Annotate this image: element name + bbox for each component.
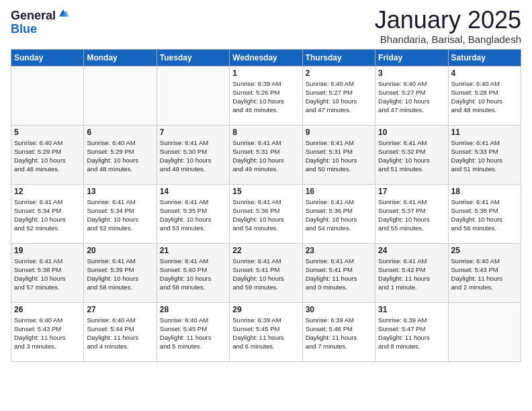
title-location: Bhandaria, Barisal, Bangladesh bbox=[375, 34, 521, 45]
cell-content: and 49 minutes. bbox=[160, 165, 206, 173]
cell-content: Sunrise: 6:40 AM bbox=[451, 80, 500, 87]
cell-data: Sunrise: 6:41 AMSunset: 5:36 PMDaylight:… bbox=[232, 197, 299, 233]
table-row: 30Sunrise: 6:39 AMSunset: 5:46 PMDayligh… bbox=[302, 302, 375, 361]
day-number: 30 bbox=[306, 305, 372, 314]
cell-content: Sunset: 5:43 PM bbox=[451, 266, 498, 273]
cell-content: Sunrise: 6:40 AM bbox=[14, 139, 62, 146]
header-thursday: Thursday bbox=[302, 49, 375, 66]
calendar-week-row: 5Sunrise: 6:40 AMSunset: 5:29 PMDaylight… bbox=[11, 125, 521, 184]
cell-content: Sunrise: 6:41 AM bbox=[232, 257, 281, 265]
day-number: 12 bbox=[14, 187, 81, 196]
day-number: 4 bbox=[451, 68, 518, 78]
day-number: 6 bbox=[87, 128, 153, 137]
table-row: 9Sunrise: 6:41 AMSunset: 5:31 PMDaylight… bbox=[302, 125, 375, 184]
cell-content: and 8 minutes. bbox=[378, 342, 420, 350]
cell-content: Sunset: 5:30 PM bbox=[160, 148, 207, 155]
cell-content: and 54 minutes. bbox=[306, 224, 351, 232]
cell-content: Daylight: 10 hours bbox=[378, 156, 430, 164]
cell-content: and 47 minutes. bbox=[378, 106, 424, 113]
table-row: 26Sunrise: 6:40 AMSunset: 5:43 PMDayligh… bbox=[11, 302, 84, 361]
table-row: 17Sunrise: 6:41 AMSunset: 5:37 PMDayligh… bbox=[375, 184, 448, 243]
cell-data: Sunrise: 6:41 AMSunset: 5:31 PMDaylight:… bbox=[232, 138, 299, 174]
logo-icon bbox=[57, 7, 69, 19]
table-row bbox=[84, 66, 157, 125]
cell-content: and 7 minutes. bbox=[306, 342, 347, 350]
cell-content: Sunset: 5:45 PM bbox=[160, 325, 207, 332]
table-row bbox=[448, 302, 521, 361]
cell-content: Sunrise: 6:41 AM bbox=[87, 257, 135, 265]
cell-data: Sunrise: 6:41 AMSunset: 5:32 PMDaylight:… bbox=[378, 138, 445, 174]
cell-content: Sunrise: 6:39 AM bbox=[306, 316, 354, 324]
table-row: 11Sunrise: 6:41 AMSunset: 5:33 PMDayligh… bbox=[448, 125, 521, 184]
cell-data: Sunrise: 6:40 AMSunset: 5:43 PMDaylight:… bbox=[14, 316, 81, 351]
cell-data: Sunrise: 6:41 AMSunset: 5:41 PMDaylight:… bbox=[232, 257, 299, 292]
table-row: 8Sunrise: 6:41 AMSunset: 5:31 PMDaylight… bbox=[230, 125, 302, 184]
calendar-table: Sunday Monday Tuesday Wednesday Thursday… bbox=[11, 49, 521, 362]
day-number: 1 bbox=[232, 68, 299, 78]
cell-content: and 57 minutes. bbox=[14, 283, 60, 291]
calendar-body: 1Sunrise: 6:39 AMSunset: 5:26 PMDaylight… bbox=[11, 66, 521, 361]
cell-content: Sunset: 5:44 PM bbox=[87, 325, 134, 332]
cell-content: Sunrise: 6:41 AM bbox=[87, 198, 135, 205]
cell-content: and 51 minutes. bbox=[378, 165, 424, 173]
cell-content: and 6 minutes. bbox=[232, 342, 274, 350]
cell-content: Daylight: 11 hours bbox=[232, 334, 284, 341]
cell-data: Sunrise: 6:40 AMSunset: 5:44 PMDaylight:… bbox=[87, 316, 153, 351]
cell-data: Sunrise: 6:41 AMSunset: 5:35 PMDaylight:… bbox=[160, 197, 226, 233]
cell-content: Sunset: 5:41 PM bbox=[232, 266, 279, 273]
cell-content: Sunrise: 6:41 AM bbox=[232, 139, 281, 146]
cell-data: Sunrise: 6:39 AMSunset: 5:26 PMDaylight:… bbox=[232, 79, 299, 115]
cell-content: Sunrise: 6:41 AM bbox=[306, 198, 354, 205]
cell-data: Sunrise: 6:41 AMSunset: 5:34 PMDaylight:… bbox=[14, 197, 81, 233]
day-number: 9 bbox=[306, 128, 372, 137]
table-row: 18Sunrise: 6:41 AMSunset: 5:38 PMDayligh… bbox=[448, 184, 521, 243]
header: General Blue January 2025 Bhandaria, Bar… bbox=[11, 7, 521, 45]
cell-content: Daylight: 10 hours bbox=[87, 275, 138, 282]
cell-content: and 54 minutes. bbox=[232, 224, 278, 232]
cell-content: Sunrise: 6:39 AM bbox=[232, 80, 281, 87]
day-number: 22 bbox=[232, 246, 299, 255]
cell-content: and 56 minutes. bbox=[451, 224, 497, 232]
cell-content: Sunrise: 6:41 AM bbox=[160, 198, 208, 205]
cell-content: Sunset: 5:32 PM bbox=[378, 148, 425, 155]
day-number: 26 bbox=[14, 305, 81, 314]
day-number: 3 bbox=[378, 68, 445, 78]
header-monday: Monday bbox=[84, 49, 157, 66]
cell-content: Daylight: 10 hours bbox=[87, 156, 138, 164]
cell-content: Sunset: 5:39 PM bbox=[87, 266, 134, 273]
cell-content: Sunset: 5:47 PM bbox=[378, 325, 425, 332]
cell-content: Sunrise: 6:41 AM bbox=[160, 257, 208, 265]
cell-data: Sunrise: 6:39 AMSunset: 5:46 PMDaylight:… bbox=[306, 316, 372, 351]
cell-content: Sunrise: 6:39 AM bbox=[378, 316, 427, 324]
cell-content: Daylight: 10 hours bbox=[14, 216, 66, 223]
calendar-week-row: 12Sunrise: 6:41 AMSunset: 5:34 PMDayligh… bbox=[11, 184, 521, 243]
cell-content: Sunset: 5:36 PM bbox=[306, 207, 353, 214]
day-number: 27 bbox=[87, 305, 153, 314]
cell-content: Daylight: 11 hours bbox=[378, 334, 430, 341]
cell-data: Sunrise: 6:41 AMSunset: 5:39 PMDaylight:… bbox=[87, 257, 153, 292]
logo-text: General Blue bbox=[11, 9, 69, 36]
table-row: 2Sunrise: 6:40 AMSunset: 5:27 PMDaylight… bbox=[302, 66, 375, 125]
day-number: 11 bbox=[451, 128, 518, 137]
calendar-week-row: 19Sunrise: 6:41 AMSunset: 5:38 PMDayligh… bbox=[11, 243, 521, 302]
table-row: 14Sunrise: 6:41 AMSunset: 5:35 PMDayligh… bbox=[157, 184, 229, 243]
cell-content: Daylight: 10 hours bbox=[160, 156, 212, 164]
table-row: 27Sunrise: 6:40 AMSunset: 5:44 PMDayligh… bbox=[84, 302, 157, 361]
cell-content: Daylight: 11 hours bbox=[160, 334, 212, 341]
cell-data: Sunrise: 6:41 AMSunset: 5:31 PMDaylight:… bbox=[306, 138, 372, 174]
cell-content: Sunset: 5:34 PM bbox=[14, 207, 61, 214]
calendar-week-row: 26Sunrise: 6:40 AMSunset: 5:43 PMDayligh… bbox=[11, 302, 521, 361]
cell-content: and 47 minutes. bbox=[306, 106, 351, 113]
cell-content: Sunrise: 6:41 AM bbox=[306, 139, 354, 146]
cell-content: Sunset: 5:34 PM bbox=[87, 207, 134, 214]
table-row: 10Sunrise: 6:41 AMSunset: 5:32 PMDayligh… bbox=[375, 125, 448, 184]
cell-content: Sunrise: 6:40 AM bbox=[306, 80, 354, 87]
table-row: 25Sunrise: 6:40 AMSunset: 5:43 PMDayligh… bbox=[448, 243, 521, 302]
cell-data: Sunrise: 6:40 AMSunset: 5:45 PMDaylight:… bbox=[160, 316, 226, 351]
cell-content: and 51 minutes. bbox=[451, 165, 497, 173]
cell-content: and 0 minutes. bbox=[306, 283, 347, 291]
weekday-header-row: Sunday Monday Tuesday Wednesday Thursday… bbox=[11, 49, 521, 66]
cell-content: and 46 minutes. bbox=[232, 106, 278, 113]
table-row: 12Sunrise: 6:41 AMSunset: 5:34 PMDayligh… bbox=[11, 184, 84, 243]
cell-data: Sunrise: 6:40 AMSunset: 5:29 PMDaylight:… bbox=[87, 138, 153, 174]
